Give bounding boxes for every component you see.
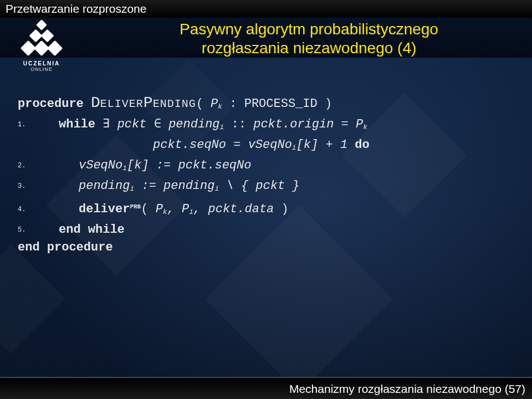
op: := (134, 179, 163, 193)
call: deliver (79, 202, 130, 216)
line-number: 3. (18, 177, 37, 195)
kw-do: do (355, 138, 369, 152)
code-line: 2.vSeqNoi[k] := pckt.seqNo (18, 157, 515, 177)
code-line: 3.pendingi := pendingi \ { pckt } (18, 177, 515, 198)
var: P (156, 202, 163, 216)
line-number: 2. (18, 157, 37, 175)
bg-shape (0, 244, 66, 354)
sub: k (363, 123, 367, 131)
sep: :: (224, 117, 253, 131)
sup: PRB (130, 203, 141, 210)
code-line: pckt.seqNo = vSeqNoi[k] + 1 do (18, 136, 515, 157)
code-line: 5.end while (18, 221, 515, 239)
sub: i (292, 144, 296, 152)
line-number: 4. (18, 201, 37, 218)
sub: i (122, 164, 127, 172)
kw-endprocedure: end procedure (18, 241, 113, 254)
expr: pckt.seqNo (153, 138, 226, 152)
paren: ) (318, 97, 332, 111)
code-line: 4.deliverPRB( Pk, Pi, pckt.data ) (18, 198, 515, 221)
idx: [k] (296, 138, 319, 152)
footer-bar: Mechanizmy rozgłaszania niezawodnego (57… (0, 377, 532, 399)
sep: , (193, 202, 208, 216)
line-number: 1. (18, 116, 37, 134)
sep: , (167, 202, 182, 216)
course-header: Przetwarzanie rozproszone (0, 0, 532, 18)
expr: pckt.seqNo (178, 158, 251, 172)
paren: ( (141, 202, 155, 216)
logo-text-2: ONLINE (11, 66, 72, 72)
logo-text-1: UCZELNIA (11, 60, 72, 66)
sym-exists: ∃ (103, 117, 110, 131)
footer-text: Mechanizmy rozgłaszania niezawodnego (57… (289, 382, 525, 396)
paren: ( (196, 97, 211, 111)
line-number: 5. (18, 221, 37, 239)
kw-endwhile: end while (59, 223, 125, 237)
slide-title: Pasywny algorytm probabilistycznego rozg… (97, 20, 521, 58)
idx: [k] (127, 158, 149, 172)
kw-procedure: procedure (18, 97, 84, 111)
sub: k (163, 208, 167, 216)
var: vSeqNo (79, 158, 122, 172)
op: + 1 (318, 138, 355, 152)
op: \ { (219, 179, 255, 193)
kw-while: while (59, 117, 95, 131)
sym-in: ∈ (154, 117, 161, 131)
var: pending (168, 117, 219, 131)
paren: ) (274, 202, 288, 216)
arg: P (211, 97, 218, 111)
sep: : (222, 97, 244, 111)
title-line-2: rozgłaszania niezawodnego (4) (202, 39, 417, 57)
arg-type: PROCESS_ID (244, 97, 318, 111)
proc-name: D (91, 94, 100, 111)
var: pckt (255, 179, 285, 193)
code-block: procedure DELIVERPENDING( Pk : PROCESS_I… (18, 94, 515, 257)
code-line: procedure DELIVERPENDING( Pk : PROCESS_I… (18, 94, 515, 116)
var: pending (163, 179, 214, 193)
op: = (226, 138, 248, 152)
sub: i (189, 208, 193, 216)
slide: Przetwarzanie rozproszone UCZELNIA ONLIN… (0, 0, 532, 399)
var: P (356, 117, 363, 131)
title-line-1: Pasywny algorytm probabilistycznego (180, 21, 438, 38)
proc-name: P (144, 94, 153, 111)
expr: pckt.data (208, 202, 274, 216)
var: vSeqNo (248, 138, 292, 152)
arg-sub: k (218, 103, 222, 111)
var: P (182, 202, 189, 216)
code-line: end procedure (18, 239, 515, 257)
var: pending (79, 179, 130, 193)
code-line: 1.while ∃ pckt ∈ pendingi :: pckt.origin… (18, 116, 515, 136)
var: pckt (117, 117, 147, 131)
op: := (149, 158, 178, 172)
expr: pckt.origin (253, 117, 334, 131)
logo: UCZELNIA ONLINE (11, 20, 72, 72)
op: = (334, 117, 356, 131)
proc-name: ENDING (153, 98, 196, 110)
op: } (285, 179, 299, 193)
proc-name: ELIVER (100, 98, 144, 110)
